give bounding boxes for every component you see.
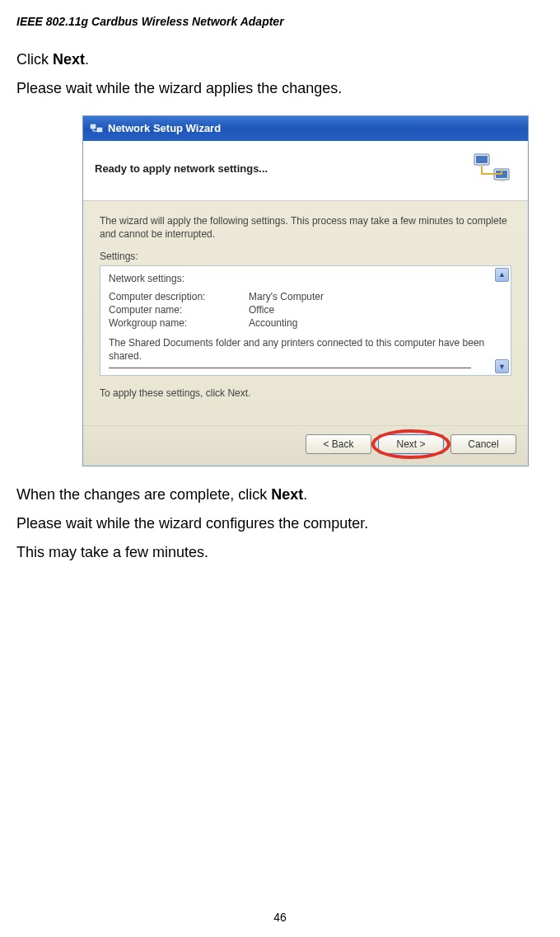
document-header: IEEE 802.11g Cardbus Wireless Network Ad… <box>16 15 544 28</box>
post-instruction-3: This may take a few minutes. <box>16 541 544 565</box>
settings-heading: Network settings: <box>109 273 502 284</box>
settings-box: ▲ ▼ Network settings: Computer descripti… <box>100 265 511 376</box>
settings-row: Workgroup name: Accounting <box>109 317 502 329</box>
row-value: Office <box>249 304 274 316</box>
wizard-header: Ready to apply network settings... <box>83 141 528 201</box>
network-icon <box>90 122 103 135</box>
text-prefix: Click <box>16 51 53 68</box>
network-setup-icon <box>472 149 511 189</box>
wizard-intro: The wizard will apply the following sett… <box>100 214 511 241</box>
wizard-title-text: Network Setup Wizard <box>108 122 221 134</box>
svg-rect-3 <box>476 156 488 163</box>
wizard-body: The wizard will apply the following sett… <box>83 201 528 426</box>
row-label: Computer description: <box>109 291 249 302</box>
divider <box>109 368 471 368</box>
svg-rect-0 <box>91 124 96 129</box>
text-suffix: . <box>85 51 89 68</box>
settings-label: Settings: <box>100 251 511 262</box>
text-bold-next: Next <box>53 51 85 68</box>
row-label: Workgroup name: <box>109 317 249 329</box>
back-button[interactable]: < Back <box>306 434 371 454</box>
post-instruction-1: When the changes are complete, click Nex… <box>16 483 544 507</box>
wizard-screenshot: Network Setup Wizard Ready to apply netw… <box>82 115 544 467</box>
settings-row: Computer name: Office <box>109 304 502 316</box>
wizard-titlebar: Network Setup Wizard <box>83 116 528 141</box>
row-value: Mary's Computer <box>249 291 324 302</box>
row-label: Computer name: <box>109 304 249 316</box>
wizard-heading: Ready to apply network settings... <box>95 162 472 175</box>
text-bold-next: Next <box>271 486 303 503</box>
svg-rect-7 <box>498 180 505 181</box>
instruction-line-2: Please wait while the wizard applies the… <box>16 77 544 101</box>
text-prefix: When the changes are complete, click <box>16 486 271 503</box>
apply-hint: To apply these settings, click Next. <box>100 387 511 399</box>
page-number: 46 <box>0 911 560 924</box>
svg-rect-6 <box>478 165 485 166</box>
shared-note: The Shared Documents folder and any prin… <box>109 337 502 363</box>
wizard-window: Network Setup Wizard Ready to apply netw… <box>82 115 529 467</box>
row-value: Accounting <box>249 317 297 329</box>
next-button[interactable]: Next > <box>378 434 444 454</box>
post-instruction-2: Please wait while the wizard configures … <box>16 512 544 536</box>
settings-row: Computer description: Mary's Computer <box>109 291 502 302</box>
cancel-button[interactable]: Cancel <box>450 434 516 454</box>
wizard-button-bar: < Back Next > Cancel <box>83 425 528 466</box>
next-button-highlight: Next > <box>378 434 444 454</box>
text-suffix: . <box>303 486 307 503</box>
instruction-line-1: Click Next. <box>16 48 544 72</box>
